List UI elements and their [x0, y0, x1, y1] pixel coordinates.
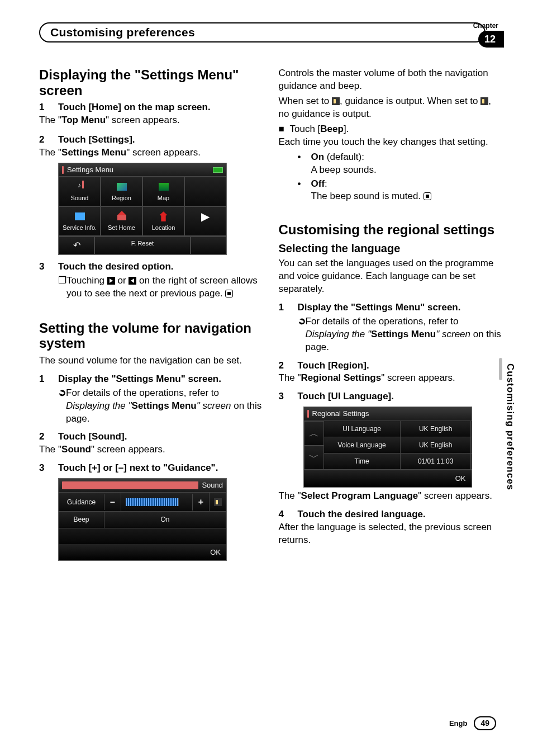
step-number: 3	[279, 390, 298, 403]
menu-item-location[interactable]: Location	[142, 206, 184, 236]
accent-bar-icon	[62, 481, 198, 489]
list-item[interactable]: UI LanguageUK English	[324, 421, 472, 437]
speaker-on-icon	[332, 97, 340, 105]
paragraph: The "Top Menu" screen appears.	[39, 114, 263, 127]
map-icon	[159, 183, 169, 191]
regional-settings-screenshot: Regional Settings ︿ ﹀ UI LanguageUK Engl…	[303, 407, 472, 488]
menu-item-sound[interactable]: ♪Sound	[59, 177, 101, 206]
screenshot-title: Regional Settings	[312, 409, 369, 419]
service-icon	[75, 212, 85, 220]
next-page-icon: ▶	[201, 209, 210, 224]
heading-customising-regional: Customising the regional settings	[279, 222, 503, 238]
sound-screenshot: Sound Guidance – + Beep On OK	[58, 478, 227, 561]
step-label: Touch [UI Language].	[298, 390, 503, 403]
heading-setting-volume: Setting the volume for navigation system	[39, 320, 263, 351]
page-footer: Engb 49	[449, 716, 496, 730]
paragraph: The "Regional Settings" screen appears.	[279, 372, 503, 385]
step-label: Display the "Settings Menu" screen.	[298, 301, 503, 314]
battery-icon	[213, 167, 223, 173]
step-number: 1	[39, 373, 58, 386]
end-section-icon	[423, 192, 431, 200]
settings-menu-screenshot: Settings Menu ♪Sound Region Map Service …	[58, 163, 227, 255]
step-label: Touch [Sound].	[58, 431, 263, 443]
step-label: Touch [Settings].	[58, 134, 263, 147]
side-accent-line	[499, 358, 502, 380]
step-label: Touch the desired option.	[58, 261, 263, 273]
side-tab-title: Customising preferences	[503, 363, 516, 490]
speaker-button[interactable]	[210, 493, 226, 512]
menu-item-set-home[interactable]: Set Home	[101, 206, 142, 236]
page-header: Customising preferences	[39, 22, 486, 42]
step-number: 3	[39, 261, 58, 273]
back-button[interactable]: ↶	[59, 237, 94, 254]
speaker-off-icon	[480, 97, 488, 105]
step-number: 1	[39, 101, 58, 114]
left-column: Displaying the "Settings Menu" screen 1T…	[39, 67, 263, 563]
paragraph: The "Select Program Language" screen app…	[279, 490, 503, 503]
flag-icon	[117, 183, 127, 191]
step-number: 2	[39, 134, 58, 147]
screenshot-title: Settings Menu	[67, 165, 113, 175]
volume-minus-button[interactable]: –	[104, 493, 121, 512]
menu-item-region[interactable]: Region	[101, 177, 142, 206]
chapter-number-badge: 12	[478, 31, 504, 48]
paragraph: The "Settings Menu" screen appears.	[39, 147, 263, 159]
paragraph: Controls the master volume of both the n…	[279, 67, 503, 93]
volume-plus-button[interactable]: +	[193, 493, 210, 512]
beep-toggle[interactable]: On	[104, 512, 226, 527]
scroll-down-button[interactable]: ﹀	[304, 446, 324, 470]
step-label: Display the "Settings Menu" screen.	[58, 373, 263, 386]
note: ❐Touching or on the right of screen allo…	[39, 275, 263, 300]
scroll-up-button[interactable]: ︿	[304, 421, 324, 446]
location-icon	[160, 211, 168, 221]
step-number: 2	[279, 360, 298, 372]
ok-button[interactable]: OK	[59, 544, 226, 561]
paragraph: When set to , guidance is output. When s…	[279, 95, 503, 121]
step-label: Touch the desired language.	[298, 508, 503, 521]
page-number: 49	[474, 716, 496, 730]
volume-bar[interactable]	[121, 494, 193, 511]
list-item[interactable]: Time01/01 11:03	[324, 453, 472, 470]
step-label: Touch [+] or [–] next to "Guidance".	[58, 462, 263, 475]
chapter-label: Chapter	[473, 21, 498, 30]
menu-item-map[interactable]: Map	[142, 177, 184, 206]
empty-cell	[191, 237, 226, 254]
list-item[interactable]: Voice LanguageUK English	[324, 437, 472, 453]
menu-item-service-info[interactable]: Service Info.	[59, 206, 101, 236]
prev-icon	[129, 277, 136, 285]
paragraph: After the language is selected, the prev…	[279, 521, 503, 547]
step-number: 4	[279, 508, 298, 521]
heading-selecting-language: Selecting the language	[279, 241, 503, 256]
step-number: 3	[39, 462, 58, 475]
home-icon	[117, 212, 126, 220]
right-column: Controls the master volume of both the n…	[279, 67, 503, 563]
step-label: Touch [Region].	[298, 360, 503, 372]
step-number: 2	[39, 431, 58, 443]
end-section-icon	[225, 290, 233, 297]
accent-bar-icon	[62, 166, 64, 174]
step-number: 1	[279, 301, 298, 314]
menu-item-empty	[184, 177, 226, 206]
paragraph: Each time you touch the key changes that…	[279, 136, 503, 149]
paragraph: The "Sound" screen appears.	[39, 443, 263, 456]
speaker-icon	[214, 498, 222, 506]
next-icon	[107, 277, 115, 285]
heading-displaying-settings: Displaying the "Settings Menu" screen	[39, 67, 263, 98]
menu-next-page[interactable]: ▶	[184, 206, 226, 236]
factory-reset-button[interactable]: F. Reset	[94, 237, 191, 254]
cross-ref: ➲For details of the operations, refer to…	[39, 387, 263, 426]
paragraph: You can set the languages used on the pr…	[279, 257, 503, 296]
footer-lang: Engb	[449, 719, 468, 729]
paragraph: The sound volume for the navigation can …	[39, 355, 263, 367]
accent-bar-icon	[307, 410, 309, 418]
cross-ref: ➲For details of the operations, refer to…	[279, 315, 503, 354]
beep-label: Beep	[59, 512, 104, 527]
guidance-label: Guidance	[59, 494, 104, 510]
screenshot-title: Sound	[202, 480, 223, 490]
ok-button[interactable]: OK	[304, 470, 472, 487]
solid-bullet-icon: ■	[279, 123, 290, 136]
page-title: Customising preferences	[50, 25, 195, 40]
step-label: Touch [Home] on the map screen.	[58, 101, 263, 114]
